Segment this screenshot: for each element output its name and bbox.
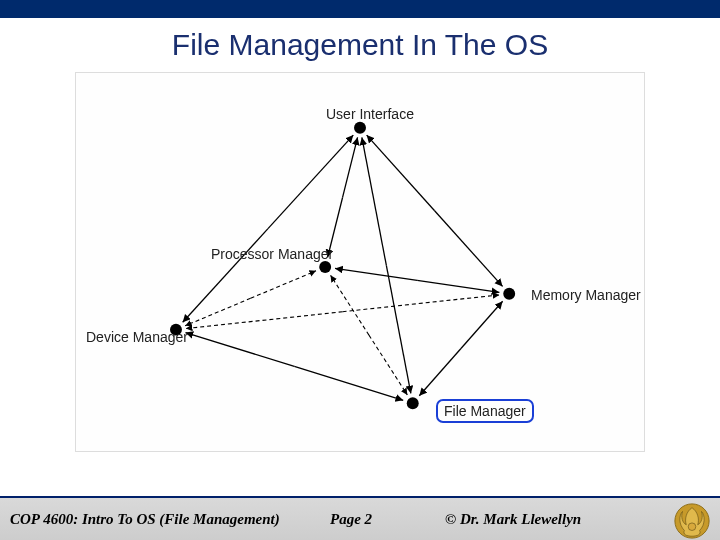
svg-line-14 — [251, 271, 316, 298]
ucf-logo — [672, 502, 712, 540]
svg-line-3 — [435, 211, 503, 287]
node-ui — [354, 122, 366, 134]
svg-line-10 — [185, 333, 294, 367]
label-ui: User Interface — [326, 106, 414, 122]
svg-line-7 — [386, 265, 410, 393]
svg-line-16 — [331, 275, 369, 335]
svg-line-0 — [343, 137, 358, 197]
diagram-svg — [76, 73, 644, 451]
svg-line-2 — [367, 135, 435, 211]
header-bar — [0, 0, 720, 18]
node-memory — [503, 288, 515, 300]
svg-line-11 — [294, 366, 403, 400]
svg-point-21 — [688, 523, 696, 531]
svg-line-9 — [417, 280, 499, 292]
footer-course: COP 4600: Intro To OS (File Management) — [10, 511, 280, 528]
svg-line-15 — [185, 298, 250, 325]
svg-line-4 — [268, 135, 353, 229]
svg-line-6 — [362, 137, 386, 265]
label-device: Device Manager — [86, 329, 188, 345]
svg-line-19 — [343, 295, 500, 312]
label-processor: Processor Manager — [211, 246, 333, 262]
svg-line-13 — [419, 349, 461, 396]
diagram-container: User InterfaceProcessor ManagerMemory Ma… — [75, 72, 645, 452]
svg-line-5 — [183, 229, 268, 323]
page-title: File Management In The OS — [0, 28, 720, 62]
footer-page: Page 2 — [330, 511, 372, 528]
label-memory: Memory Manager — [531, 287, 641, 303]
svg-line-12 — [461, 301, 503, 348]
svg-line-18 — [186, 312, 343, 329]
node-file — [407, 397, 419, 409]
footer: COP 4600: Intro To OS (File Management) … — [0, 496, 720, 540]
node-processor — [319, 261, 331, 273]
footer-author: © Dr. Mark Llewellyn — [445, 511, 581, 528]
label-file: File Manager — [436, 399, 534, 423]
svg-line-8 — [335, 268, 417, 280]
